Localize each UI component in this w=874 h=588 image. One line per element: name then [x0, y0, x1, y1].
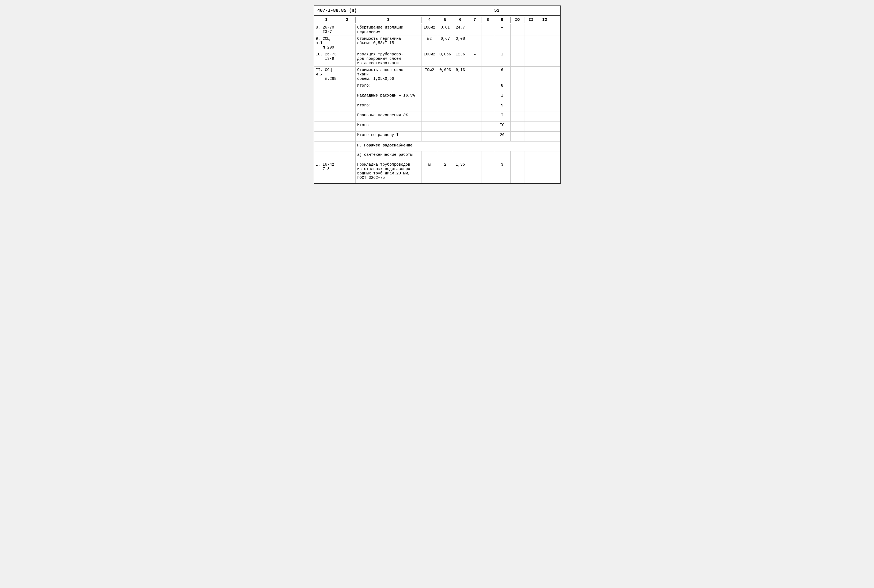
itogo2-c8: [482, 102, 494, 112]
planovye-c4: [421, 112, 438, 122]
col-header-8: 8: [482, 17, 494, 23]
summary-c6: [453, 82, 468, 92]
razdel-c7: [468, 132, 482, 141]
summary-empty1: [314, 82, 339, 92]
row10-c7: –: [468, 51, 482, 66]
itogo3-c5: [438, 122, 453, 131]
itogo3-empty2: [339, 122, 355, 131]
row8-c9: –: [494, 24, 511, 35]
row9-c2: [339, 35, 355, 51]
row9-c6: 0,08: [453, 35, 468, 51]
santech-c12: [538, 152, 551, 161]
itogo2-c12: [538, 102, 551, 112]
santech-c6: [453, 152, 468, 161]
row9-c10: [511, 35, 524, 51]
planovye-empty1: [314, 112, 339, 122]
rowlast-c6: I,35: [453, 161, 468, 183]
row8-c5: 0,OI: [438, 24, 453, 35]
row10-c2: [339, 51, 355, 66]
razdel-c9: 26: [494, 132, 511, 141]
rowlast-c3: Прокладка трубопроводов из стальных водо…: [355, 161, 421, 183]
col-header-1: I: [314, 17, 339, 23]
row11-c10: [511, 67, 524, 82]
itogo3-empty1: [314, 122, 339, 131]
planovye-c8: [482, 112, 494, 122]
itogo3-label: Итого: [355, 122, 421, 131]
col-header-12: I2: [538, 17, 551, 23]
row11-c1: II. ССЦ ч.У п.268: [314, 67, 339, 82]
document-header: 407-I-88.85 (П) 53: [314, 6, 560, 16]
row8-c2: [339, 24, 355, 35]
itogo2-empty1: [314, 102, 339, 112]
rowlast-c4: м: [421, 161, 438, 183]
santech-empty1: [314, 152, 339, 161]
summary-row-nakladnye: Накладные расходы – I6,5% I: [314, 92, 560, 102]
santech-c11: [524, 152, 538, 161]
razdel-label: Итого по разделу I: [355, 132, 421, 141]
santech-c9: [494, 152, 511, 161]
nakladnye-c6: [453, 92, 468, 102]
razdel-c11: [524, 132, 538, 141]
col-header-11: II: [524, 17, 538, 23]
itogo3-c4: [421, 122, 438, 131]
rowlast-c2: [339, 161, 355, 183]
row11-c4: IOм2: [421, 67, 438, 82]
row10-c9: I: [494, 51, 511, 66]
row8-c4: IOOм2: [421, 24, 438, 35]
itogo3-c11: [524, 122, 538, 131]
planovye-c11: [524, 112, 538, 122]
col-header-7: 7: [468, 17, 482, 23]
razdel-empty1: [314, 132, 339, 141]
summary-c9-itogo1: 8: [494, 82, 511, 92]
summary-row-planovye: Плановые накопления 8% I: [314, 112, 560, 122]
santech-c5: [438, 152, 453, 161]
planovye-c9: I: [494, 112, 511, 122]
rowlast-c10: [511, 161, 524, 183]
hotwater-empty1: [314, 141, 339, 151]
row10-c12: [538, 51, 551, 66]
summary-c12: [538, 82, 551, 92]
summary-row-itogo2: Итого: 9: [314, 102, 560, 112]
nakladnye-c8: [482, 92, 494, 102]
santech-c8: [482, 152, 494, 161]
itogo2-empty2: [339, 102, 355, 112]
itogo2-c9: 9: [494, 102, 511, 112]
itogo2-c6: [453, 102, 468, 112]
row9-c5: 0,67: [438, 35, 453, 51]
santech-c10: [511, 152, 524, 161]
row8-c12: [538, 24, 551, 35]
row11-c7: [468, 67, 482, 82]
planovye-empty2: [339, 112, 355, 122]
planovye-c7: [468, 112, 482, 122]
col-header-9: 9: [494, 17, 511, 23]
nakladnye-c10: [511, 92, 524, 102]
table-row-last: I. I6-42 7-3 Прокладка трубопроводов из …: [314, 161, 560, 183]
table-body: 8. 26-70 I3-7 Обертывание изоляции перга…: [314, 24, 560, 183]
planovye-c6: [453, 112, 468, 122]
itogo3-c7: [468, 122, 482, 131]
table-row: II. ССЦ ч.У п.268 Стоимость лакостекло- …: [314, 67, 560, 82]
nakladnye-c5: [438, 92, 453, 102]
summary-c4: [421, 82, 438, 92]
summary-c8: [482, 82, 494, 92]
summary-row-itogo3: Итого IO: [314, 122, 560, 132]
razdel-c4: [421, 132, 438, 141]
col-header-4: 4: [421, 17, 438, 23]
row9-c4: м2: [421, 35, 438, 51]
razdel-c8: [482, 132, 494, 141]
rowlast-c7: [468, 161, 482, 183]
doc-number: 407-I-88.85 (П): [317, 8, 437, 13]
planovye-c12: [538, 112, 551, 122]
row10-c3: Изоляция трубопрово- дов покровным слоем…: [355, 51, 421, 66]
page-number: 53: [437, 8, 557, 13]
planovye-label: Плановые накопления 8%: [355, 112, 421, 122]
row8-c10: [511, 24, 524, 35]
rowlast-c5: 2: [438, 161, 453, 183]
row11-c12: [538, 67, 551, 82]
summary-row-itogo-razdel: Итого по разделу I 26: [314, 132, 560, 141]
itogo3-c10: [511, 122, 524, 131]
col-header-3: 3: [355, 17, 421, 23]
itogo2-c7: [468, 102, 482, 112]
row9-c8: [482, 35, 494, 51]
nakladnye-label: Накладные расходы – I6,5%: [355, 92, 421, 102]
